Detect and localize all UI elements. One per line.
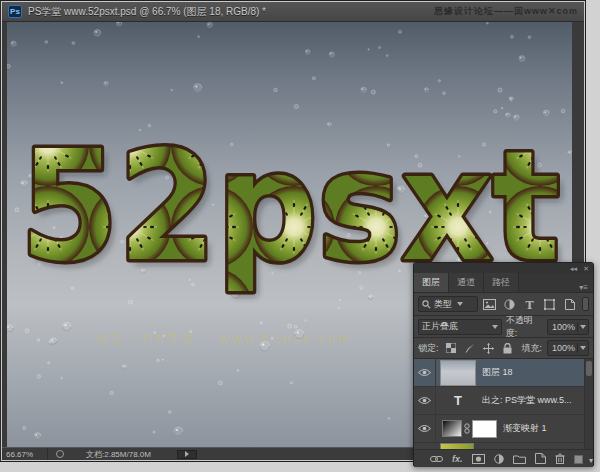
filter-adjustment-layers-button[interactable]	[501, 296, 518, 312]
lock-all-button[interactable]	[501, 340, 515, 356]
lock-icon	[503, 343, 512, 354]
fill-value: 100%	[552, 343, 575, 353]
eye-icon	[418, 368, 431, 377]
layer-row-image[interactable]: 图层 18	[414, 359, 593, 387]
scroll-down-icon[interactable]: ▾	[589, 457, 593, 465]
status-options-button[interactable]	[177, 450, 197, 459]
layers-list: 图层 18 T 出之: PS学堂 www.5...	[414, 359, 593, 449]
new-adjustment-layer-icon[interactable]	[494, 454, 504, 464]
collapse-panel-icon[interactable]: ◂◂	[570, 265, 577, 272]
scrollbar-corner[interactable]	[574, 455, 583, 464]
field-divider	[577, 322, 578, 332]
opacity-field[interactable]: 100%	[547, 319, 589, 335]
close-panel-icon[interactable]: ✕	[583, 265, 589, 272]
field-divider	[577, 343, 578, 353]
link-mask-icon	[464, 423, 470, 434]
delete-layer-icon[interactable]	[555, 453, 565, 464]
document-size-info: 文档:2.85M/78.0M	[86, 449, 151, 460]
blend-mode-value: 正片叠底	[422, 320, 458, 333]
lock-row: 锁定: 填充:	[414, 338, 593, 359]
layers-scrollbar[interactable]	[584, 359, 593, 449]
layer-name[interactable]: 图层 18	[482, 366, 513, 379]
new-layer-icon[interactable]	[535, 453, 546, 464]
fill-label: 填充:	[521, 342, 542, 355]
panel-menu-icon[interactable]: ▾≡	[579, 283, 593, 292]
layer-style-icon[interactable]: fx.	[452, 454, 463, 464]
zoom-level-field[interactable]: 66.67%	[2, 448, 48, 460]
filter-toggle-switch[interactable]	[582, 297, 589, 311]
adjustment-icon	[504, 299, 515, 310]
layer-row-gradient-map[interactable]: 渐变映射 1	[414, 415, 593, 443]
layer-thumbnail[interactable]	[440, 360, 476, 386]
image-icon	[483, 299, 496, 310]
eye-icon	[418, 424, 431, 433]
partial-layer-thumbnail[interactable]	[440, 443, 474, 449]
filter-pixel-layers-button[interactable]	[481, 296, 498, 312]
add-layer-mask-icon[interactable]	[472, 454, 485, 464]
fill-field[interactable]: 100%	[547, 340, 589, 356]
lock-transparency-button[interactable]	[444, 340, 458, 356]
layer-filter-row: 类型 T	[414, 293, 593, 316]
new-group-icon[interactable]	[513, 454, 526, 464]
filter-kind-dropdown[interactable]: 类型	[418, 296, 478, 312]
filter-shape-layers-button[interactable]	[541, 296, 558, 312]
chevron-down-icon	[580, 325, 586, 329]
gradient-map-thumbnail[interactable]	[442, 420, 462, 437]
eye-icon	[418, 396, 431, 405]
opacity-label: 不透明度:	[506, 314, 543, 340]
move-icon	[483, 343, 494, 354]
visibility-cell[interactable]	[414, 415, 436, 442]
shape-icon	[544, 299, 555, 310]
panel-tabs: 图层 通道 路径 ▾≡	[414, 274, 593, 293]
scrollbar-thumb[interactable]	[586, 361, 592, 376]
layer-name[interactable]: 出之: PS学堂 www.5...	[482, 394, 572, 407]
filter-kind-label: 类型	[434, 298, 452, 311]
brush-icon	[464, 343, 475, 354]
chevron-down-icon	[492, 325, 498, 329]
visibility-cell[interactable]	[414, 359, 436, 386]
text-layer-icon[interactable]: T	[440, 393, 476, 408]
filter-type-layers-button[interactable]: T	[521, 296, 538, 312]
tab-paths[interactable]: 路径	[484, 273, 519, 292]
checkerboard-icon	[446, 343, 456, 353]
layer-row-text[interactable]: T 出之: PS学堂 www.5...	[414, 387, 593, 415]
layers-panel: ◂◂ ✕ 图层 通道 路径 ▾≡ 类型	[413, 262, 594, 466]
smart-object-icon	[565, 299, 575, 310]
canvas-watermark: 出之：PS学堂 · www.52psx.com	[95, 330, 352, 348]
title-bar[interactable]: Ps PS学堂 www.52psxt.psd @ 66.7% (图层 18, R…	[2, 2, 584, 22]
search-icon	[422, 300, 431, 309]
filter-smart-objects-button[interactable]	[561, 296, 578, 312]
chevron-down-icon	[580, 346, 586, 350]
panel-bottom-bar: fx.	[414, 449, 593, 467]
visibility-cell[interactable]	[414, 387, 436, 414]
lock-label: 锁定:	[418, 342, 439, 355]
lock-pixels-button[interactable]	[463, 340, 477, 356]
tab-channels[interactable]: 通道	[449, 273, 484, 292]
opacity-value: 100%	[552, 322, 575, 332]
chevron-down-icon	[457, 302, 463, 306]
tab-layers[interactable]: 图层	[414, 273, 449, 292]
layer-mask-thumbnail[interactable]	[472, 420, 497, 438]
blend-mode-row: 正片叠底 不透明度: 100%	[414, 316, 593, 338]
photoshop-app-icon: Ps	[8, 5, 22, 18]
blend-mode-dropdown[interactable]: 正片叠底	[418, 319, 502, 335]
status-scrub-icon	[56, 450, 64, 458]
svg-text:T: T	[525, 299, 534, 310]
lock-position-button[interactable]	[482, 340, 496, 356]
link-layers-icon[interactable]	[430, 455, 443, 463]
forum-watermark: 思缘设计论坛——回www✕com	[434, 5, 578, 18]
type-icon: T	[524, 299, 535, 310]
layer-name[interactable]: 渐变映射 1	[503, 422, 547, 435]
document-title: PS学堂 www.52psxt.psd @ 66.7% (图层 18, RGB/…	[28, 5, 266, 19]
